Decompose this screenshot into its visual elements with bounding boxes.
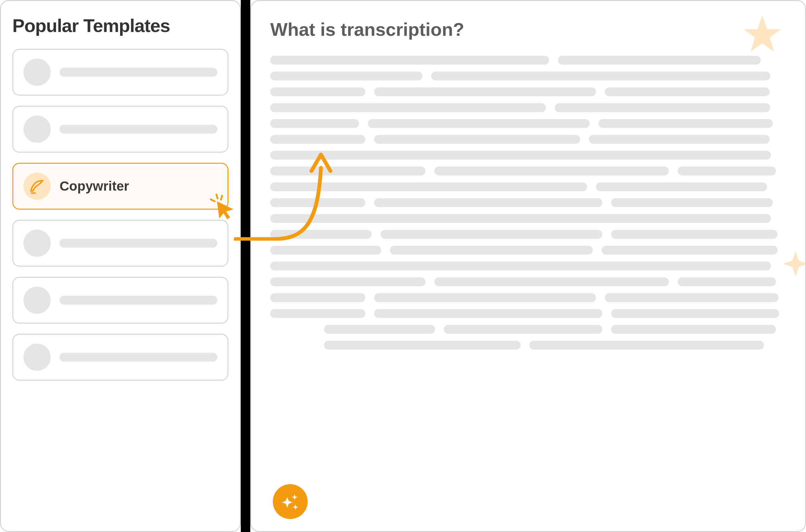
template-label-placeholder: [60, 125, 217, 134]
svg-line-2: [211, 200, 215, 202]
text-line-placeholder: [374, 135, 580, 144]
text-line-placeholder: [368, 119, 589, 128]
template-label-placeholder: [60, 68, 217, 77]
text-line-placeholder: [270, 309, 365, 318]
template-item[interactable]: [12, 106, 228, 153]
star-decoration-icon: [780, 248, 806, 280]
text-line-placeholder: [270, 293, 365, 302]
text-line-placeholder: [605, 88, 770, 96]
text-line-placeholder: [555, 103, 770, 112]
panel-divider: [241, 0, 250, 532]
text-line-placeholder: [270, 88, 365, 96]
sparkle-icon: [279, 491, 301, 513]
template-avatar-placeholder: [23, 116, 51, 143]
text-line-placeholder: [380, 230, 602, 239]
template-avatar-placeholder: [23, 344, 51, 371]
text-line-placeholder: [529, 341, 764, 349]
template-avatar-placeholder: [23, 59, 51, 86]
text-line-placeholder: [431, 72, 770, 80]
template-item[interactable]: [12, 220, 228, 267]
text-line-placeholder: [270, 262, 771, 270]
text-line-placeholder: [596, 183, 767, 191]
text-line-placeholder: [270, 246, 381, 254]
text-line-placeholder: [611, 325, 776, 334]
template-label-placeholder: [60, 296, 217, 305]
text-line-placeholder: [374, 88, 596, 96]
text-line-placeholder: [444, 325, 602, 334]
text-line-placeholder: [678, 167, 776, 175]
text-line-placeholder: [270, 103, 546, 112]
template-avatar-placeholder: [23, 287, 51, 314]
templates-sidebar: Popular Templates Copywriter: [0, 0, 241, 532]
text-line-placeholder: [374, 198, 602, 207]
text-line-placeholder: [434, 278, 669, 286]
template-icon-wrapper: [23, 173, 51, 200]
text-line-placeholder: [324, 341, 521, 349]
template-item[interactable]: [12, 49, 228, 96]
text-line-placeholder: [589, 135, 770, 144]
arrow-connector-icon: [234, 136, 354, 241]
template-avatar-placeholder: [23, 230, 51, 257]
template-label-placeholder: [60, 239, 217, 248]
text-line-placeholder: [611, 230, 777, 239]
text-line-placeholder: [270, 278, 426, 286]
star-decoration-icon: [742, 14, 783, 55]
svg-line-1: [217, 194, 218, 198]
text-line-placeholder: [599, 119, 773, 128]
text-line-placeholder: [602, 246, 777, 254]
cursor-click-icon: [208, 192, 236, 221]
text-line-placeholder: [611, 309, 779, 318]
text-line-placeholder: [374, 309, 602, 318]
text-line-placeholder: [611, 198, 773, 207]
text-line-placeholder: [270, 119, 359, 128]
template-label-placeholder: [60, 353, 217, 362]
template-item[interactable]: [12, 277, 228, 324]
sidebar-title: Popular Templates: [12, 15, 228, 36]
text-line-placeholder: [270, 72, 422, 80]
content-title: What is transcription?: [270, 19, 786, 40]
text-line-placeholder: [678, 278, 776, 286]
content-panel: What is transcription?: [250, 0, 806, 532]
template-label: Copywriter: [60, 178, 129, 194]
text-line-placeholder: [558, 56, 761, 64]
template-item-copywriter[interactable]: Copywriter: [12, 163, 228, 210]
sparkle-badge: [273, 484, 307, 519]
template-item[interactable]: [12, 334, 228, 381]
text-line-placeholder: [374, 293, 596, 302]
feather-icon: [29, 178, 45, 194]
text-line-placeholder: [324, 325, 435, 334]
text-line-placeholder: [270, 56, 549, 64]
text-line-placeholder: [390, 246, 593, 254]
text-line-placeholder: [434, 167, 669, 175]
text-line-placeholder: [605, 293, 779, 302]
svg-line-3: [221, 196, 222, 200]
